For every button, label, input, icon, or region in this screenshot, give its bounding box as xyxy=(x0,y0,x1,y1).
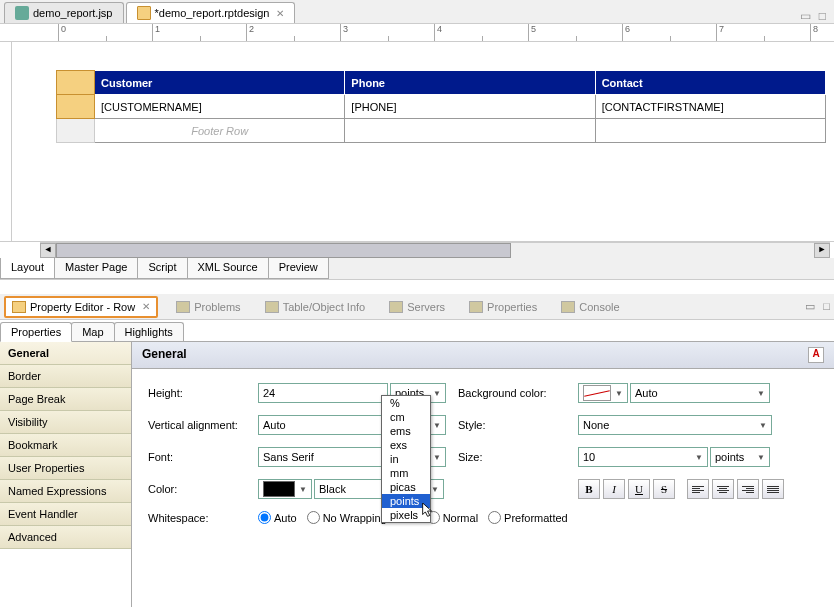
file-tab-rptdesign[interactable]: *demo_report.rptdesign ✕ xyxy=(126,2,296,23)
color-label: Color: xyxy=(148,483,258,495)
scroll-right-icon[interactable]: ► xyxy=(814,243,830,258)
whitespace-radios: Auto No Wrapping Normal Preformatted xyxy=(258,511,818,524)
horizontal-scrollbar[interactable]: ◄ ► xyxy=(40,242,830,258)
unit-option-in[interactable]: in xyxy=(382,452,430,466)
underline-button[interactable]: U xyxy=(628,479,650,499)
color-swatch-none xyxy=(583,385,611,401)
tab-preview[interactable]: Preview xyxy=(268,258,329,279)
style-select[interactable]: None▼ xyxy=(578,415,772,435)
view-servers[interactable]: Servers xyxy=(383,298,451,316)
minimize-icon[interactable]: ▭ xyxy=(800,9,811,23)
size-label: Size: xyxy=(458,451,578,463)
align-center-icon xyxy=(717,486,729,493)
ws-normal-radio[interactable]: Normal xyxy=(427,511,478,524)
nav-general[interactable]: General xyxy=(0,342,131,365)
chevron-down-icon: ▼ xyxy=(431,485,439,494)
nav-named-expressions[interactable]: Named Expressions xyxy=(0,480,131,503)
nav-advanced[interactable]: Advanced xyxy=(0,526,131,549)
strikethrough-button[interactable]: S xyxy=(653,479,675,499)
align-left-icon xyxy=(692,486,704,493)
unit-option-percent[interactable]: % xyxy=(382,396,430,410)
unit-option-pixels[interactable]: pixels xyxy=(382,508,430,522)
align-justify-button[interactable] xyxy=(762,479,784,499)
nav-border[interactable]: Border xyxy=(0,365,131,388)
unit-option-cm[interactable]: cm xyxy=(382,410,430,424)
font-label: Font: xyxy=(148,451,258,463)
view-properties[interactable]: Properties xyxy=(463,298,543,316)
footer-cell[interactable] xyxy=(345,119,595,143)
minimize-view-icon[interactable]: ▭ xyxy=(805,300,815,313)
nav-bookmark[interactable]: Bookmark xyxy=(0,434,131,457)
table-header-row[interactable]: Customer Phone Contact xyxy=(57,71,826,95)
design-canvas[interactable]: Customer Phone Contact [CUSTOMERNAME] [P… xyxy=(12,42,834,241)
unit-option-mm[interactable]: mm xyxy=(382,466,430,480)
view-problems[interactable]: Problems xyxy=(170,298,246,316)
size-value-select[interactable]: 10▼ xyxy=(578,447,708,467)
scroll-left-icon[interactable]: ◄ xyxy=(40,243,56,258)
close-icon[interactable]: ✕ xyxy=(276,8,284,19)
header-cell-customer[interactable]: Customer xyxy=(95,71,345,95)
close-icon[interactable]: ✕ xyxy=(142,301,150,312)
italic-button[interactable]: I xyxy=(603,479,625,499)
footer-cell[interactable]: Footer Row xyxy=(95,119,345,143)
table-footer-row[interactable]: Footer Row xyxy=(57,119,826,143)
header-cell-contact[interactable]: Contact xyxy=(595,71,825,95)
view-table-object-info[interactable]: Table/Object Info xyxy=(259,298,372,316)
view-console[interactable]: Console xyxy=(555,298,625,316)
view-property-editor[interactable]: Property Editor - Row ✕ xyxy=(4,296,158,318)
nav-visibility[interactable]: Visibility xyxy=(0,411,131,434)
jsp-icon xyxy=(15,6,29,20)
chevron-down-icon: ▼ xyxy=(757,453,765,462)
tab-master-page[interactable]: Master Page xyxy=(54,258,138,279)
header-cell-phone[interactable]: Phone xyxy=(345,71,595,95)
color-swatch-select[interactable]: ▼ xyxy=(258,479,312,499)
nav-page-break[interactable]: Page Break xyxy=(0,388,131,411)
bgcolor-swatch-select[interactable]: ▼ xyxy=(578,383,628,403)
row-handle[interactable] xyxy=(57,119,95,143)
ruler-mark: 3 xyxy=(340,24,434,42)
nav-event-handler[interactable]: Event Handler xyxy=(0,503,131,526)
unit-option-points[interactable]: points xyxy=(382,494,430,508)
maximize-view-icon[interactable]: □ xyxy=(823,300,830,313)
height-input[interactable] xyxy=(258,383,388,403)
property-content: General A Height: points▼ Background col… xyxy=(132,342,834,607)
whitespace-label: Whitespace: xyxy=(148,512,258,524)
align-right-button[interactable] xyxy=(737,479,759,499)
bold-button[interactable]: B xyxy=(578,479,600,499)
row-handle[interactable] xyxy=(57,71,95,95)
report-table[interactable]: Customer Phone Contact [CUSTOMERNAME] [P… xyxy=(56,70,826,143)
tab-layout[interactable]: Layout xyxy=(0,258,55,279)
unit-option-exs[interactable]: exs xyxy=(382,438,430,452)
tab-script[interactable]: Script xyxy=(137,258,187,279)
align-left-button[interactable] xyxy=(687,479,709,499)
unit-option-picas[interactable]: picas xyxy=(382,480,430,494)
bgcolor-name-select[interactable]: Auto▼ xyxy=(630,383,770,403)
file-tab-jsp[interactable]: demo_report.jsp xyxy=(4,2,124,23)
subtab-properties[interactable]: Properties xyxy=(0,322,72,342)
detail-cell-customername[interactable]: [CUSTOMERNAME] xyxy=(95,95,345,119)
general-form: Height: points▼ Background color: ▼ Auto… xyxy=(132,369,834,538)
unit-dropdown-popup[interactable]: % cm ems exs in mm picas points pixels xyxy=(381,395,431,523)
detail-cell-phone[interactable]: [PHONE] xyxy=(345,95,595,119)
scroll-thumb[interactable] xyxy=(56,243,511,258)
table-info-icon xyxy=(265,301,279,313)
row-handle[interactable] xyxy=(57,95,95,119)
align-center-button[interactable] xyxy=(712,479,734,499)
nav-user-properties[interactable]: User Properties xyxy=(0,457,131,480)
footer-cell[interactable] xyxy=(595,119,825,143)
style-label: Style: xyxy=(458,419,578,431)
align-right-icon xyxy=(742,486,754,493)
tab-xml-source[interactable]: XML Source xyxy=(187,258,269,279)
subtab-highlights[interactable]: Highlights xyxy=(114,322,184,341)
restore-defaults-icon[interactable]: A xyxy=(808,347,824,363)
ws-auto-radio[interactable]: Auto xyxy=(258,511,297,524)
ws-nowrap-radio[interactable]: No Wrapping xyxy=(307,511,387,524)
ws-preformatted-radio[interactable]: Preformatted xyxy=(488,511,568,524)
table-detail-row[interactable]: [CUSTOMERNAME] [PHONE] [CONTACTFIRSTNAME… xyxy=(57,95,826,119)
size-unit-select[interactable]: points▼ xyxy=(710,447,770,467)
detail-cell-contactfirstname[interactable]: [CONTACTFIRSTNAME] xyxy=(595,95,825,119)
maximize-icon[interactable]: □ xyxy=(819,9,826,23)
scroll-track[interactable] xyxy=(56,243,814,258)
unit-option-ems[interactable]: ems xyxy=(382,424,430,438)
subtab-map[interactable]: Map xyxy=(71,322,114,341)
